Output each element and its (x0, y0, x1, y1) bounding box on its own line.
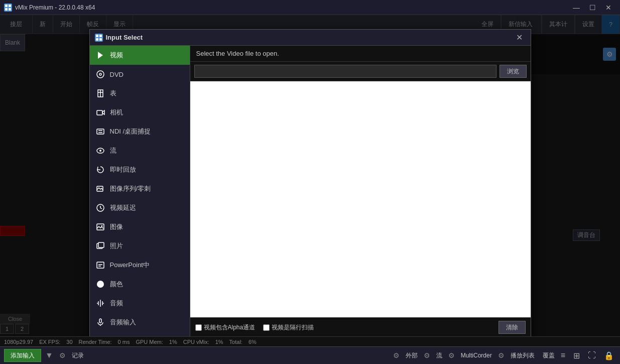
sidebar-item-replay-label: 即时回放 (110, 165, 136, 174)
fullscreen-icon[interactable]: ⛶ (588, 351, 596, 360)
table-icon (95, 88, 106, 99)
dialog-close-button[interactable]: ✕ (514, 32, 526, 44)
input-select-dialog: Input Select ✕ 视频 DVD (89, 29, 531, 360)
playlist-button[interactable]: 播放列表 (511, 351, 535, 360)
gear-icon-4[interactable]: ⚙ (448, 351, 455, 359)
sidebar-item-image[interactable]: 图像 (90, 217, 190, 236)
sidebar-item-camera[interactable]: 相机 (90, 103, 190, 122)
delay-icon (95, 202, 106, 213)
sidebar-item-stream[interactable]: 流 (90, 141, 190, 160)
record-button[interactable]: 记录 (72, 351, 84, 360)
gear-icon-2[interactable]: ⚙ (393, 351, 400, 359)
gpu-label: GPU Mem: (136, 339, 163, 345)
sidebar-item-dvd[interactable]: DVD (90, 65, 190, 84)
stream-icon (95, 145, 106, 156)
minimize-button[interactable]: — (569, 3, 584, 13)
sidebar-item-image-label: 图像 (110, 222, 123, 231)
overlay-button[interactable]: 覆盖 (543, 351, 555, 360)
sidebar-item-dvd-label: DVD (110, 71, 123, 78)
gear-icon-3[interactable]: ⚙ (424, 351, 430, 359)
svg-point-19 (99, 150, 101, 152)
svg-rect-2 (5, 8, 8, 11)
sidebar-item-images[interactable]: 图像序列/零刺 (90, 179, 190, 198)
svg-rect-4 (96, 35, 98, 37)
interlaced-checkbox[interactable] (263, 324, 270, 331)
gpu-value: 1% (169, 339, 177, 345)
dialog-overlay: Input Select ✕ 视频 DVD (0, 15, 620, 364)
status-bar: 1080p29.97 EX FPS: 30 Render Time: 0 ms … (0, 336, 620, 346)
sidebar-item-table[interactable]: 表 (90, 84, 190, 103)
svg-rect-25 (98, 242, 104, 248)
dvd-icon (95, 69, 106, 80)
sidebar-item-color[interactable]: 颜色 (90, 275, 190, 294)
render-value: 0 ms (118, 339, 130, 345)
audio-icon (95, 298, 106, 309)
sidebar-item-delay-label: 视频延迟 (110, 203, 136, 212)
total-value: 6% (249, 339, 257, 345)
interlaced-checkbox-label[interactable]: 视频是隔行扫描 (263, 323, 314, 332)
ndi-icon (95, 126, 106, 137)
grid-icon[interactable]: ⊞ (573, 351, 580, 360)
svg-rect-5 (99, 35, 102, 37)
maximize-button[interactable]: ☐ (585, 3, 600, 13)
app-icon (4, 4, 12, 12)
audioinput-icon (95, 317, 106, 328)
sidebar-item-ppt-label: PowerPoint中 (110, 261, 150, 270)
fps-value: 30 (66, 339, 72, 345)
svg-rect-0 (5, 5, 8, 7)
sidebar-item-stream-label: 流 (110, 146, 116, 155)
gear-icon-1[interactable]: ⚙ (59, 351, 66, 359)
sidebar-item-color-label: 颜色 (110, 280, 123, 289)
file-list-area[interactable] (190, 81, 531, 317)
sidebar-item-video-label: 视频 (110, 51, 123, 60)
svg-marker-8 (98, 52, 103, 59)
image-icon (95, 221, 106, 232)
photos-icon (95, 240, 106, 252)
stream-button[interactable]: 流 (436, 351, 442, 360)
overlay-menu-icon[interactable]: ≡ (561, 351, 565, 360)
svg-rect-16 (97, 129, 104, 134)
total-label: Total: (229, 339, 242, 345)
sidebar-item-delay[interactable]: 视频延迟 (90, 198, 190, 217)
external-button[interactable]: 外部 (406, 351, 418, 360)
file-path-input[interactable] (194, 65, 497, 78)
title-bar: vMix Premium - 22.0.0.48 x64 — ☐ ✕ (0, 0, 620, 15)
gear-icon-5[interactable]: ⚙ (498, 351, 505, 359)
dialog-title-text: Input Select (106, 34, 514, 41)
alpha-channel-checkbox[interactable] (195, 324, 202, 331)
replay-icon (95, 164, 106, 175)
alpha-channel-checkbox-label[interactable]: 视频包含Alpha通道 (195, 323, 256, 332)
multicorder-button[interactable]: MultiCorder (461, 352, 492, 359)
lock-icon[interactable]: 🔒 (604, 351, 614, 360)
sidebar-item-audio-label: 音频 (110, 299, 123, 308)
sidebar-item-video[interactable]: 视频 (90, 46, 190, 65)
sidebar-item-replay[interactable]: 即时回放 (90, 160, 190, 179)
sidebar-item-photos-label: 照片 (110, 241, 123, 251)
sidebar-item-audio[interactable]: 音频 (90, 294, 190, 313)
sidebar-item-audioinput[interactable]: 音频输入 (90, 313, 190, 332)
content-instruction: Select the Video file to open. (190, 46, 531, 62)
browse-button[interactable]: 浏览 (500, 65, 527, 78)
sidebar-item-photos[interactable]: 照片 (90, 236, 190, 256)
file-path-row: 浏览 (190, 62, 531, 81)
window-controls: — ☐ ✕ (569, 3, 616, 13)
svg-point-23 (101, 225, 102, 227)
fps-label: EX FPS: (39, 339, 60, 345)
images-icon (95, 183, 106, 194)
cpu-label: CPU vMix: (183, 339, 209, 345)
file-select-content: Select the Video file to open. 浏览 视频包含Al… (190, 46, 531, 337)
sidebar-item-images-label: 图像序列/零刺 (110, 184, 151, 193)
svg-point-10 (99, 73, 101, 75)
add-input-button[interactable]: 添加输入 (4, 349, 41, 362)
close-window-button[interactable]: ✕ (601, 3, 616, 13)
resolution: 1080p29.97 (4, 339, 33, 345)
clear-button[interactable]: 清除 (499, 321, 526, 334)
bottom-bar: 添加输入 ▼ ⚙ 记录 ⚙ 外部 ⚙ 流 ⚙ MultiCorder ⚙ 播放列… (0, 346, 620, 364)
dialog-body: 视频 DVD 表 (90, 46, 531, 337)
sidebar-item-camera-label: 相机 (110, 108, 123, 117)
dialog-title-icon (95, 34, 103, 42)
svg-rect-6 (96, 38, 98, 41)
add-input-arrow[interactable]: ▼ (45, 351, 53, 360)
sidebar-item-ppt[interactable]: PowerPoint中 (90, 256, 190, 275)
sidebar-item-ndi[interactable]: NDI /桌面捕捉 (90, 122, 190, 141)
